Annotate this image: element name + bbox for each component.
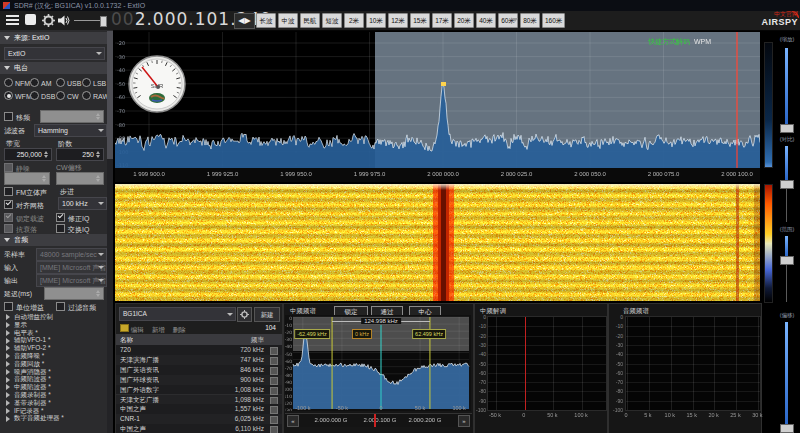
step-right-icon[interactable]: ▶ [245,16,251,25]
section-radio[interactable]: 电台 [0,62,110,74]
band-button-4[interactable]: 短波 [322,13,342,28]
fm-stereo-checkbox[interactable]: FM立体声 [4,187,47,198]
gear-icon[interactable] [42,14,55,27]
source-dropdown[interactable]: ExtIO [4,47,105,60]
snap-checkbox[interactable]: 对齐网格 [4,200,44,211]
band-button-5[interactable]: 2米 [344,13,364,28]
band-button-1[interactable]: 长波 [256,13,276,28]
band-button-11[interactable]: 40米 [476,13,496,28]
band-button-7[interactable]: 12米 [388,13,408,28]
slider-handle[interactable] [780,180,794,189]
band-button-9[interactable]: 17米 [432,13,452,28]
plugin-section-4[interactable]: 辅助VFO-1 * [0,336,112,344]
lock-carrier-checkbox[interactable]: 锁定载波 [4,213,44,224]
mode-radio-raw[interactable]: RAW [82,91,109,100]
waterfall-display[interactable] [115,184,760,301]
scan-checkbox[interactable] [270,367,278,375]
mode-radio-nfm[interactable]: NFM [4,78,30,87]
volume-slider[interactable] [74,20,106,21]
scan-checkbox[interactable] [270,416,278,424]
table-header[interactable]: 名称 频率 [116,334,282,345]
delete-action[interactable]: 删除 [172,326,185,333]
radio-icon[interactable] [56,78,65,87]
correct-iq-checkbox[interactable]: 修正IQ [56,213,89,224]
scan-checkbox[interactable] [270,387,278,395]
frequency-step-buttons[interactable]: ◀▶ [234,13,255,29]
plugin-section-10[interactable]: 中频陷波器 * [0,383,112,391]
scan-checkbox[interactable] [270,377,278,385]
demod-chart[interactable] [487,316,607,411]
radio-icon[interactable] [30,91,39,100]
scan-checkbox[interactable] [270,347,278,355]
band-button-3[interactable]: 民航 [300,13,320,28]
plugin-section-6[interactable]: 音频降噪 * [0,352,112,360]
volume-slider-handle[interactable] [100,16,107,27]
slider-handle[interactable] [780,424,794,433]
plugin-section-13[interactable]: IF记录器 * [0,407,112,415]
collapse-icon [4,66,10,70]
step-dropdown[interactable]: 100 kHz [58,197,107,210]
plugin-section-3[interactable]: 电平表 * [0,329,112,337]
mode-radio-wfm[interactable]: WFM [4,91,32,100]
speaker-icon[interactable] [58,15,71,26]
plugin-section-9[interactable]: 音频陷波器 * [0,375,112,383]
mode-radio-am[interactable]: AM [30,78,52,87]
plugin-section-1[interactable]: 自动增益控制 [0,313,112,321]
mode-radio-dsb[interactable]: DSB [30,91,55,100]
scan-checkbox[interactable] [270,397,278,405]
menu-icon[interactable] [6,15,19,25]
radio-icon[interactable] [4,91,13,100]
mode-radio-cw[interactable]: CW [56,91,79,100]
mode-radio-lsb[interactable]: LSB [82,78,106,87]
slider-handle[interactable] [780,124,794,133]
scrollbar-thumb[interactable] [107,31,113,159]
plugin-section-11[interactable]: 音频录制器 * [0,391,112,399]
sidebar-scrollbar[interactable] [107,31,113,433]
edit-action[interactable]: 编辑 [131,326,144,333]
mode-radio-usb[interactable]: USB [56,78,81,87]
order-input[interactable]: 250 [56,148,104,161]
radio-icon[interactable] [4,78,13,87]
shift-checkbox[interactable]: 移频 [4,112,30,123]
scan-checkbox[interactable] [270,426,278,433]
folder-icon[interactable] [120,324,129,332]
slider-handle[interactable] [780,256,794,265]
stop-button[interactable] [25,14,36,25]
rf-spectrum-display[interactable] [115,32,760,168]
table-row[interactable]: 中国之声6,110 kHz [116,424,282,433]
plugin-section-12[interactable]: 基带录制器 * [0,399,112,407]
band-button-13[interactable]: 80米 [520,13,540,28]
radio-icon[interactable] [30,78,39,87]
filter-audio-checkbox[interactable]: 过滤音频 [56,302,96,313]
y-tick: -100 [613,407,623,413]
band-button-2[interactable]: 中波 [278,13,298,28]
scan-checkbox[interactable] [270,406,278,414]
band-button-6[interactable]: 10米 [366,13,386,28]
section-audio[interactable]: 音频 [0,234,110,246]
plugin-section-2[interactable]: 显示 [0,321,112,329]
plugin-section-14[interactable]: 数字音频处理器 * [0,414,112,422]
plugin-section-8[interactable]: 噪声消隐器 * [0,368,112,376]
radio-icon[interactable] [82,91,91,100]
profile-dropdown[interactable]: BG1ICA [119,307,236,321]
band-button-8[interactable]: 15米 [410,13,430,28]
ruler-left-arrow[interactable]: « [287,415,299,427]
radio-icon[interactable] [82,78,91,87]
new-entry-button[interactable]: 新建 [254,307,280,322]
band-button-10[interactable]: 20米 [454,13,474,28]
plugin-section-7[interactable]: 音频回放 * [0,360,112,368]
scan-checkbox[interactable] [270,357,278,365]
audio-chart[interactable] [625,316,761,411]
manager-settings-button[interactable] [237,307,252,322]
section-source[interactable]: 来源: ExtIO [0,32,110,44]
plugin-section-5[interactable]: 辅助VFO-2 * [0,344,112,352]
unity-gain-checkbox[interactable]: 单位增益 [4,302,44,313]
bandwidth-input[interactable]: 250,000 [4,148,52,161]
band-overflow-caret-icon[interactable] [512,18,518,22]
radio-icon[interactable] [56,91,65,100]
if-frequency-ruler[interactable]: « 2.000.000 G 2.000.100 G 2.000.200 G » [285,413,472,427]
filter-dropdown[interactable]: Hamming [34,124,107,137]
add-action[interactable]: 新增 [152,326,165,333]
ruler-right-arrow[interactable]: » [458,415,470,427]
band-button-14[interactable]: 160米 [542,13,565,28]
